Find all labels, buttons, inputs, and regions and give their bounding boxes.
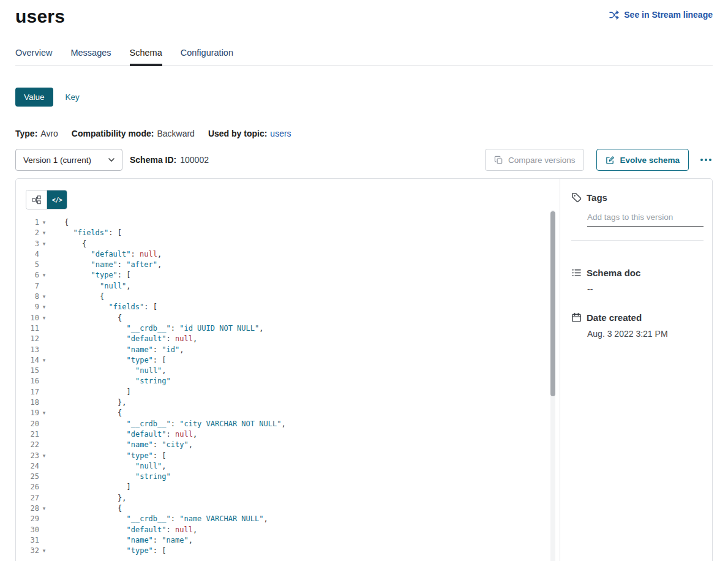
sidebar-divider [571,240,704,241]
evolve-schema-icon [606,156,615,165]
code-text: "default": null, [64,334,197,344]
line-number: 16 [16,376,39,386]
date-created-section: Date created Aug. 3 2022 3:21 PM [571,312,704,339]
tags-title: Tags [587,192,607,203]
code-text: }, [64,397,126,408]
more-options-button[interactable] [699,155,713,165]
fold-toggle-icon[interactable]: ▾ [39,292,49,302]
scrollbar-track[interactable] [550,210,555,561]
code-text: { [64,503,122,514]
page-title: users [15,6,65,27]
tags-input[interactable] [587,210,704,227]
fold-spacer [39,260,49,270]
code-line: 1▾{ [16,217,560,228]
line-number: 22 [16,440,39,450]
code-line: 3▾{ [16,239,560,249]
code-panel: </> 1▾{2▾"fields": [3▾{4"default": null,… [16,179,560,561]
code-line: 4"default": null, [16,249,560,260]
code-line: 11"__crdb__": "id UUID NOT NULL", [16,323,560,334]
code-text: "fields": [ [64,302,157,312]
line-number: 4 [16,249,39,260]
tab-messages[interactable]: Messages [70,48,111,66]
tag-icon [571,192,582,203]
tree-view-button[interactable] [26,190,47,209]
compare-versions-label: Compare versions [508,156,576,165]
code-text: "type": [ [64,270,131,280]
code-line: 19▾{ [16,408,560,418]
fold-spacer [39,535,49,546]
value-tab-button[interactable]: Value [15,88,53,107]
code-text: "name": "name", [64,535,193,546]
evolve-schema-button[interactable]: Evolve schema [596,149,689,171]
code-line: 16"string" [16,376,560,386]
code-text: { [64,239,86,249]
fold-toggle-icon[interactable]: ▾ [39,408,49,418]
code-line: 14▾"type": [ [16,355,560,366]
code-line: 9▾"fields": [ [16,302,560,312]
code-text: ] [64,482,131,492]
code-text: "name": "after", [64,260,162,270]
fold-spacer [39,419,49,429]
dot-icon [705,159,707,161]
tab-schema[interactable]: Schema [130,48,162,66]
code-line: 15"null", [16,366,560,376]
fold-toggle-icon[interactable]: ▾ [39,217,49,228]
fold-toggle-icon[interactable]: ▾ [39,503,49,514]
fold-toggle-icon[interactable]: ▾ [39,302,49,312]
code-text: "type": [ [64,546,167,556]
fold-toggle-icon[interactable]: ▾ [39,355,49,366]
tab-configuration[interactable]: Configuration [181,48,233,66]
code-text: "__crdb__": "name VARCHAR NULL", [64,514,268,524]
fold-toggle-icon[interactable]: ▾ [39,451,49,461]
version-bar: Version 1 (current) Schema ID: 100002 Co… [15,149,713,171]
schema-sidebar: Tags Schema doc -- [560,179,712,561]
line-number: 3 [16,239,39,249]
code-line: 23▾"type": [ [16,451,560,461]
fold-toggle-icon[interactable]: ▾ [39,239,49,249]
type-value: Avro [40,129,58,138]
code-line: 21"default": null, [16,429,560,440]
evolve-schema-label: Evolve schema [620,156,680,165]
fold-toggle-icon[interactable]: ▾ [39,313,49,323]
schema-id-value: 100002 [180,155,209,165]
code-text: ] [64,387,131,397]
code-line: 7"null", [16,281,560,292]
fold-spacer [39,345,49,355]
code-line: 12"default": null, [16,334,560,344]
code-view-button[interactable]: </> [47,190,67,209]
fold-toggle-icon[interactable]: ▾ [39,228,49,238]
compare-versions-button[interactable]: Compare versions [485,149,585,171]
fold-spacer [39,472,49,482]
line-number: 6 [16,270,39,280]
tags-heading: Tags [571,192,704,203]
scrollbar-thumb[interactable] [550,211,555,396]
schema-doc-heading: Schema doc [571,268,704,278]
schema-page: users See in Stream lineage Overview Mes… [0,0,728,561]
calendar-icon [571,312,582,323]
code-line: 18}, [16,397,560,408]
schema-doc-value: -- [587,284,704,294]
compatibility-value: Backward [157,129,194,138]
date-created-title: Date created [587,312,642,323]
line-number: 18 [16,397,39,408]
stream-lineage-link[interactable]: See in Stream lineage [609,10,713,20]
fold-spacer [39,281,49,292]
topic-link[interactable]: users [270,129,291,138]
schema-id-label: Schema ID: [130,155,176,165]
fold-toggle-icon[interactable]: ▾ [39,270,49,280]
tab-overview[interactable]: Overview [15,48,52,66]
stream-lineage-label: See in Stream lineage [624,10,713,20]
key-tab-button[interactable]: Key [66,92,80,102]
code-line: 28▾{ [16,503,560,514]
version-select[interactable]: Version 1 (current) [15,149,122,171]
fold-spacer [39,376,49,386]
code-line: 30"default": null, [16,525,560,535]
code-line: 26] [16,482,560,492]
code-line: 24"null", [16,461,560,472]
fold-spacer [39,249,49,260]
line-number: 19 [16,408,39,418]
fold-toggle-icon[interactable]: ▾ [39,546,49,556]
code-line: 2▾"fields": [ [16,228,560,238]
line-number: 30 [16,525,39,535]
line-number: 9 [16,302,39,312]
